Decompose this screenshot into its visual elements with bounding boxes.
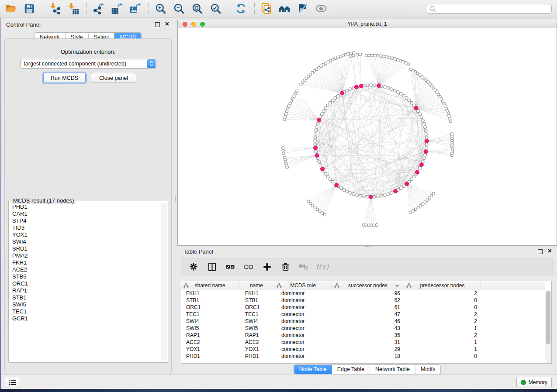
- ring-node[interactable]: [339, 187, 343, 190]
- ring-node[interactable]: [390, 88, 393, 91]
- ring-node[interactable]: [314, 133, 317, 136]
- ring-node[interactable]: [316, 122, 319, 125]
- ring-node[interactable]: [329, 101, 332, 104]
- ring-node[interactable]: [314, 136, 317, 139]
- ring-node[interactable]: [314, 140, 317, 143]
- ring-node[interactable]: [377, 195, 380, 198]
- column-header-name[interactable]: name: [239, 281, 274, 290]
- leaf-node[interactable]: [283, 118, 286, 121]
- network-graph[interactable]: [178, 28, 557, 245]
- leaf-node[interactable]: [368, 54, 370, 57]
- leaf-node[interactable]: [365, 54, 368, 57]
- ring-node[interactable]: [424, 154, 427, 157]
- ring-node[interactable]: [410, 178, 413, 181]
- leaf-node[interactable]: [370, 224, 373, 227]
- mcds-hub-node[interactable]: [414, 106, 418, 110]
- ring-node[interactable]: [390, 192, 393, 195]
- ring-node[interactable]: [373, 84, 376, 87]
- ring-node[interactable]: [370, 84, 373, 87]
- mcds-hub-node[interactable]: [313, 146, 317, 150]
- list-item[interactable]: PMA2: [10, 252, 160, 259]
- ring-node[interactable]: [363, 195, 366, 198]
- leaf-node[interactable]: [430, 194, 433, 197]
- ring-node[interactable]: [315, 129, 318, 132]
- ring-node[interactable]: [324, 107, 327, 110]
- ring-node[interactable]: [396, 91, 399, 94]
- leaf-node[interactable]: [367, 224, 370, 227]
- list-item[interactable]: FKH1: [10, 259, 160, 266]
- task-history-button[interactable]: [5, 377, 20, 388]
- table-scrollbar[interactable]: [545, 290, 551, 363]
- mcds-result-list[interactable]: PHD1 CAR1 STP4 TID3 YOX1 SWI4 SRD1 PMA2 …: [10, 203, 160, 361]
- ring-node[interactable]: [420, 116, 423, 119]
- leaf-node[interactable]: [402, 60, 405, 63]
- zoom-fit-button[interactable]: [190, 2, 204, 15]
- leaf-node[interactable]: [432, 192, 435, 195]
- close-panel-icon[interactable]: ×: [165, 20, 169, 28]
- leaf-node[interactable]: [284, 115, 287, 118]
- leaf-node[interactable]: [307, 200, 310, 203]
- float-window-icon[interactable]: [538, 249, 543, 254]
- first-neighbors-button[interactable]: [278, 2, 291, 15]
- export-network-button[interactable]: [92, 2, 105, 15]
- scrollbar-thumb[interactable]: [546, 291, 550, 344]
- leaf-node[interactable]: [282, 147, 284, 149]
- leaf-node[interactable]: [316, 208, 318, 211]
- leaf-node[interactable]: [300, 83, 302, 86]
- leaf-node[interactable]: [405, 62, 407, 64]
- leaf-node[interactable]: [414, 208, 417, 210]
- ring-node[interactable]: [405, 96, 408, 100]
- leaf-node[interactable]: [289, 102, 291, 105]
- leaf-node[interactable]: [380, 55, 382, 57]
- leaf-node[interactable]: [375, 224, 378, 226]
- mcds-hub-node[interactable]: [405, 182, 409, 186]
- leaf-node[interactable]: [350, 52, 353, 55]
- leaf-node[interactable]: [396, 58, 399, 61]
- ring-node[interactable]: [343, 189, 346, 192]
- ring-node[interactable]: [319, 163, 322, 166]
- mcds-hub-node[interactable]: [321, 167, 325, 171]
- save-session-button[interactable]: [23, 2, 36, 15]
- list-item[interactable]: SWI4: [10, 238, 160, 245]
- leaf-node[interactable]: [388, 56, 391, 59]
- ring-node[interactable]: [424, 126, 427, 129]
- apply-layout-button[interactable]: [234, 2, 247, 15]
- ring-node[interactable]: [387, 193, 390, 196]
- import-network-button[interactable]: [48, 2, 61, 15]
- ring-node[interactable]: [314, 143, 317, 146]
- list-item[interactable]: STB1: [10, 294, 160, 301]
- ring-node[interactable]: [422, 119, 425, 122]
- list-item[interactable]: STP4: [10, 217, 160, 224]
- mcds-hub-node[interactable]: [369, 195, 373, 199]
- open-file-button[interactable]: [4, 2, 17, 15]
- vertical-splitter[interactable]: [174, 20, 177, 375]
- zoom-in-button[interactable]: [154, 2, 167, 15]
- mcds-hub-node[interactable]: [340, 91, 344, 95]
- ring-node[interactable]: [322, 110, 325, 113]
- tab-node-table[interactable]: Node Table: [294, 365, 332, 374]
- ring-node[interactable]: [410, 101, 413, 104]
- show-all-button[interactable]: [315, 2, 328, 15]
- close-panel-button[interactable]: Close panel: [91, 73, 136, 83]
- mcds-hub-node[interactable]: [315, 154, 319, 158]
- leaf-node[interactable]: [352, 54, 355, 57]
- mcds-hub-node[interactable]: [425, 139, 429, 143]
- list-item[interactable]: YOX1: [10, 231, 160, 238]
- export-image-button[interactable]: [128, 2, 142, 15]
- ring-node[interactable]: [321, 113, 324, 116]
- leaf-node[interactable]: [353, 52, 355, 54]
- leaf-node[interactable]: [391, 57, 394, 59]
- function-builder-button[interactable]: f(x): [316, 261, 329, 273]
- hide-selected-button[interactable]: [296, 2, 309, 15]
- export-table-button[interactable]: [110, 2, 123, 15]
- ring-node[interactable]: [349, 192, 352, 195]
- leaf-node[interactable]: [450, 133, 453, 135]
- leaf-node[interactable]: [426, 199, 429, 201]
- leaf-node[interactable]: [422, 203, 424, 205]
- leaf-node[interactable]: [309, 202, 312, 205]
- leaf-node[interactable]: [323, 213, 326, 216]
- leaf-node[interactable]: [374, 54, 377, 57]
- ring-node[interactable]: [399, 93, 402, 96]
- column-header-successor-nodes[interactable]: successor nodes: [332, 281, 404, 290]
- zoom-selected-button[interactable]: [209, 2, 222, 15]
